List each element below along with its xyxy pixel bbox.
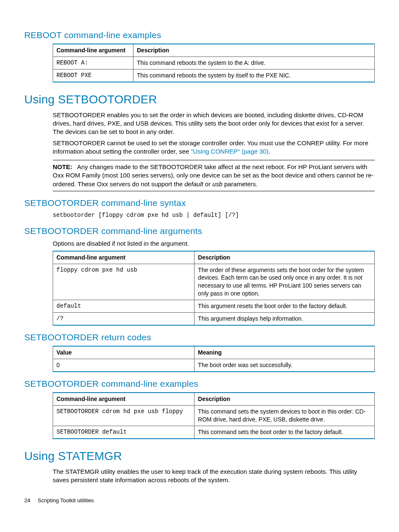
th-arg: Command-line argument	[53, 393, 194, 405]
th-arg: Command-line argument	[53, 251, 194, 264]
heading-reboot-examples: REBOOT command-line examples	[24, 29, 375, 41]
table-row: REBOOT PXE This command reboots the syst…	[53, 69, 375, 82]
table-row: SETBOOTORDER default This command sets t…	[53, 426, 375, 439]
paragraph: The STATEMGR utility enables the user to…	[53, 468, 375, 485]
th-desc: Description	[194, 393, 375, 405]
note-italic: default	[184, 180, 203, 188]
table-row: SETBOOTORDER cdrom hd pxe usb floppy Thi…	[53, 406, 375, 426]
text: .	[269, 148, 270, 155]
note-text: parameters.	[223, 180, 258, 188]
th-meaning: Meaning	[194, 346, 375, 359]
paragraph: Options are disabled if not listed in th…	[53, 239, 375, 248]
footer-title: Scripting Toolkit utilities	[38, 497, 94, 504]
cell-desc: This command sets the boot order to the …	[194, 426, 375, 439]
heading-setbootorder: Using SETBOOTORDER	[24, 92, 375, 108]
cell-arg: default	[53, 300, 194, 313]
heading-statemgr: Using STATEMGR	[24, 448, 375, 464]
paragraph: SETBOOTORDER enables you to set the orde…	[53, 111, 375, 136]
note-text: or	[203, 180, 212, 188]
cell-desc: This command sets the system devices to …	[194, 406, 375, 426]
page-number: 24	[24, 497, 30, 504]
cell-desc: This command reboots the system to the A…	[133, 57, 375, 69]
table-arguments: Command-line argument Description floppy…	[53, 251, 375, 326]
cell-arg: floppy cdrom pxe hd usb	[53, 264, 194, 300]
heading-examples: SETBOOTORDER command-line examples	[24, 378, 375, 390]
table-row: /? This argument displays help informati…	[53, 312, 375, 325]
link-using-conrep[interactable]: "Using CONREP" (page 30)	[191, 148, 269, 155]
cell-desc: This argument displays help information.	[194, 312, 375, 325]
cell-arg: /?	[53, 312, 194, 325]
paragraph: SETBOOTORDER cannot be used to set the s…	[53, 139, 375, 156]
cell-arg: REBOOT PXE	[53, 69, 133, 82]
note-label: NOTE:	[53, 163, 72, 170]
note-italic: usb	[212, 180, 223, 188]
cell-arg: SETBOOTORDER default	[53, 426, 194, 439]
cell-desc: This argument resets the boot order to t…	[194, 300, 375, 313]
note-box: NOTE: Any changes made to the SETBOOTORD…	[53, 160, 375, 191]
th-arg: Command-line argument	[53, 44, 133, 57]
th-desc: Description	[133, 44, 375, 57]
table-examples: Command-line argument Description SETBOO…	[53, 392, 375, 439]
cell-meaning: The boot order was set successfully.	[194, 359, 375, 372]
code-syntax: setbootorder [floppy cdrom pxe hd usb | …	[53, 211, 375, 219]
cell-desc: The order of these arguments sets the bo…	[194, 264, 375, 300]
cell-desc: This command reboots the system by itsel…	[133, 69, 375, 82]
table-return-codes: Value Meaning 0 The boot order was set s…	[53, 346, 375, 372]
cell-arg: SETBOOTORDER cdrom hd pxe usb floppy	[53, 406, 194, 426]
table-row: default This argument resets the boot or…	[53, 300, 375, 313]
cell-value: 0	[53, 359, 194, 372]
footer: 24 Scripting Toolkit utilities	[24, 497, 375, 504]
table-reboot-examples: Command-line argument Description REBOOT…	[53, 44, 375, 82]
table-row: floppy cdrom pxe hd usb The order of the…	[53, 264, 375, 300]
heading-return-codes: SETBOOTORDER return codes	[24, 332, 375, 343]
heading-arguments: SETBOOTORDER command-line arguments	[24, 225, 375, 237]
cell-arg: REBOOT A:	[53, 57, 133, 69]
table-row: REBOOT A: This command reboots the syste…	[53, 57, 375, 69]
heading-syntax: SETBOOTORDER command-line syntax	[24, 197, 375, 209]
th-desc: Description	[194, 251, 375, 264]
table-row: 0 The boot order was set successfully.	[53, 359, 375, 372]
th-value: Value	[53, 346, 194, 359]
